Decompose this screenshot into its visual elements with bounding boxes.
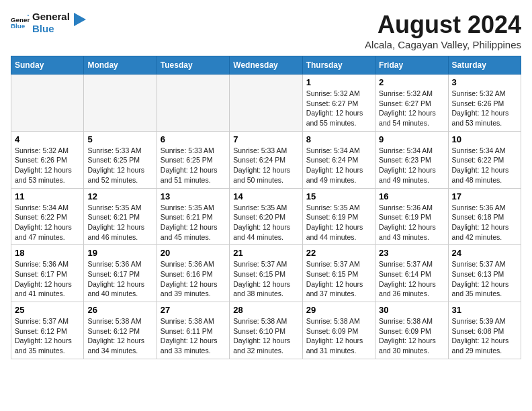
day-number: 23 bbox=[379, 248, 444, 258]
day-number: 4 bbox=[15, 134, 80, 144]
calendar-cell: 23Sunrise: 5:37 AM Sunset: 6:14 PM Dayli… bbox=[375, 245, 448, 302]
day-number: 18 bbox=[15, 248, 80, 258]
day-number: 10 bbox=[452, 134, 517, 144]
day-info: Sunrise: 5:33 AM Sunset: 6:24 PM Dayligh… bbox=[233, 146, 298, 185]
calendar-cell: 6Sunrise: 5:33 AM Sunset: 6:25 PM Daylig… bbox=[157, 131, 229, 188]
day-number: 20 bbox=[161, 248, 226, 258]
calendar-cell: 25Sunrise: 5:37 AM Sunset: 6:12 PM Dayli… bbox=[11, 302, 84, 359]
calendar-cell: 1Sunrise: 5:32 AM Sunset: 6:27 PM Daylig… bbox=[302, 75, 375, 132]
calendar-cell: 30Sunrise: 5:38 AM Sunset: 6:09 PM Dayli… bbox=[375, 302, 448, 359]
weekday-header-monday: Monday bbox=[84, 56, 157, 75]
logo: General Blue General Blue bbox=[11, 11, 86, 35]
calendar-cell bbox=[230, 75, 302, 132]
day-number: 11 bbox=[15, 191, 80, 201]
calendar-cell bbox=[157, 75, 229, 132]
day-number: 22 bbox=[306, 248, 371, 258]
calendar-cell: 28Sunrise: 5:38 AM Sunset: 6:10 PM Dayli… bbox=[230, 302, 302, 359]
calendar-cell: 22Sunrise: 5:37 AM Sunset: 6:15 PM Dayli… bbox=[302, 245, 375, 302]
calendar-cell: 26Sunrise: 5:38 AM Sunset: 6:12 PM Dayli… bbox=[84, 302, 157, 359]
weekday-header-thursday: Thursday bbox=[302, 56, 375, 75]
title-section: August 2024 Alcala, Cagayan Valley, Phil… bbox=[365, 11, 521, 50]
day-info: Sunrise: 5:35 AM Sunset: 6:21 PM Dayligh… bbox=[161, 203, 226, 242]
day-number: 26 bbox=[87, 305, 152, 315]
calendar-cell: 12Sunrise: 5:35 AM Sunset: 6:21 PM Dayli… bbox=[84, 188, 157, 245]
calendar-cell: 9Sunrise: 5:34 AM Sunset: 6:23 PM Daylig… bbox=[375, 131, 448, 188]
calendar-cell: 16Sunrise: 5:36 AM Sunset: 6:19 PM Dayli… bbox=[375, 188, 448, 245]
day-number: 24 bbox=[452, 248, 517, 258]
day-number: 31 bbox=[452, 305, 517, 315]
weekday-header-wednesday: Wednesday bbox=[230, 56, 302, 75]
day-info: Sunrise: 5:38 AM Sunset: 6:09 PM Dayligh… bbox=[306, 316, 371, 356]
calendar-cell: 19Sunrise: 5:36 AM Sunset: 6:17 PM Dayli… bbox=[84, 245, 157, 302]
calendar-week-4: 18Sunrise: 5:36 AM Sunset: 6:17 PM Dayli… bbox=[11, 245, 521, 302]
day-info: Sunrise: 5:37 AM Sunset: 6:14 PM Dayligh… bbox=[379, 259, 444, 299]
calendar-header: General Blue General Blue August 2024 Al… bbox=[11, 11, 521, 50]
calendar-title: August 2024 bbox=[365, 11, 521, 39]
day-info: Sunrise: 5:37 AM Sunset: 6:15 PM Dayligh… bbox=[306, 259, 371, 299]
weekday-header-friday: Friday bbox=[375, 56, 448, 75]
day-info: Sunrise: 5:38 AM Sunset: 6:12 PM Dayligh… bbox=[87, 316, 152, 356]
calendar-cell: 21Sunrise: 5:37 AM Sunset: 6:15 PM Dayli… bbox=[230, 245, 302, 302]
day-info: Sunrise: 5:32 AM Sunset: 6:26 PM Dayligh… bbox=[452, 89, 517, 128]
day-number: 29 bbox=[306, 305, 371, 315]
day-info: Sunrise: 5:37 AM Sunset: 6:12 PM Dayligh… bbox=[15, 316, 80, 356]
day-number: 14 bbox=[233, 191, 298, 201]
day-info: Sunrise: 5:32 AM Sunset: 6:27 PM Dayligh… bbox=[306, 89, 371, 128]
day-number: 12 bbox=[87, 191, 152, 201]
calendar-cell: 10Sunrise: 5:34 AM Sunset: 6:22 PM Dayli… bbox=[448, 131, 521, 188]
day-number: 30 bbox=[379, 305, 444, 315]
calendar-cell: 15Sunrise: 5:35 AM Sunset: 6:19 PM Dayli… bbox=[302, 188, 375, 245]
calendar-cell: 3Sunrise: 5:32 AM Sunset: 6:26 PM Daylig… bbox=[448, 75, 521, 132]
calendar-header-row: SundayMondayTuesdayWednesdayThursdayFrid… bbox=[11, 56, 521, 75]
day-info: Sunrise: 5:36 AM Sunset: 6:17 PM Dayligh… bbox=[15, 259, 80, 299]
day-number: 2 bbox=[379, 77, 444, 87]
day-number: 15 bbox=[306, 191, 371, 201]
day-info: Sunrise: 5:35 AM Sunset: 6:19 PM Dayligh… bbox=[306, 203, 371, 242]
day-info: Sunrise: 5:38 AM Sunset: 6:10 PM Dayligh… bbox=[233, 316, 298, 356]
day-info: Sunrise: 5:38 AM Sunset: 6:09 PM Dayligh… bbox=[379, 316, 444, 356]
day-info: Sunrise: 5:36 AM Sunset: 6:16 PM Dayligh… bbox=[161, 259, 226, 299]
day-info: Sunrise: 5:33 AM Sunset: 6:25 PM Dayligh… bbox=[161, 146, 226, 185]
calendar-cell: 7Sunrise: 5:33 AM Sunset: 6:24 PM Daylig… bbox=[230, 131, 302, 188]
calendar-cell: 20Sunrise: 5:36 AM Sunset: 6:16 PM Dayli… bbox=[157, 245, 229, 302]
logo-icon: General Blue bbox=[11, 13, 30, 32]
day-info: Sunrise: 5:34 AM Sunset: 6:24 PM Dayligh… bbox=[306, 146, 371, 185]
calendar-table: SundayMondayTuesdayWednesdayThursdayFrid… bbox=[11, 56, 521, 359]
svg-text:Blue: Blue bbox=[11, 22, 26, 30]
calendar-cell: 18Sunrise: 5:36 AM Sunset: 6:17 PM Dayli… bbox=[11, 245, 84, 302]
day-number: 9 bbox=[379, 134, 444, 144]
calendar-cell: 5Sunrise: 5:33 AM Sunset: 6:25 PM Daylig… bbox=[84, 131, 157, 188]
day-info: Sunrise: 5:34 AM Sunset: 6:22 PM Dayligh… bbox=[15, 203, 80, 242]
calendar-week-3: 11Sunrise: 5:34 AM Sunset: 6:22 PM Dayli… bbox=[11, 188, 521, 245]
logo-general: General bbox=[32, 11, 70, 23]
day-number: 13 bbox=[161, 191, 226, 201]
calendar-cell: 2Sunrise: 5:32 AM Sunset: 6:27 PM Daylig… bbox=[375, 75, 448, 132]
calendar-cell: 13Sunrise: 5:35 AM Sunset: 6:21 PM Dayli… bbox=[157, 188, 229, 245]
day-number: 1 bbox=[306, 77, 371, 87]
day-info: Sunrise: 5:37 AM Sunset: 6:15 PM Dayligh… bbox=[233, 259, 298, 299]
svg-marker-3 bbox=[74, 13, 86, 26]
day-info: Sunrise: 5:35 AM Sunset: 6:20 PM Dayligh… bbox=[233, 203, 298, 242]
day-number: 28 bbox=[233, 305, 298, 315]
calendar-cell bbox=[11, 75, 84, 132]
day-number: 5 bbox=[87, 134, 152, 144]
day-number: 19 bbox=[87, 248, 152, 258]
weekday-header-saturday: Saturday bbox=[448, 56, 521, 75]
day-info: Sunrise: 5:33 AM Sunset: 6:25 PM Dayligh… bbox=[87, 146, 152, 185]
logo-blue: Blue bbox=[32, 23, 70, 35]
logo-arrow-icon bbox=[74, 13, 86, 28]
day-info: Sunrise: 5:35 AM Sunset: 6:21 PM Dayligh… bbox=[87, 203, 152, 242]
calendar-cell: 27Sunrise: 5:38 AM Sunset: 6:11 PM Dayli… bbox=[157, 302, 229, 359]
day-number: 7 bbox=[233, 134, 298, 144]
day-info: Sunrise: 5:38 AM Sunset: 6:11 PM Dayligh… bbox=[161, 316, 226, 356]
calendar-cell: 24Sunrise: 5:37 AM Sunset: 6:13 PM Dayli… bbox=[448, 245, 521, 302]
day-number: 17 bbox=[452, 191, 517, 201]
day-number: 21 bbox=[233, 248, 298, 258]
calendar-cell bbox=[84, 75, 157, 132]
day-info: Sunrise: 5:37 AM Sunset: 6:13 PM Dayligh… bbox=[452, 259, 517, 299]
day-info: Sunrise: 5:39 AM Sunset: 6:08 PM Dayligh… bbox=[452, 316, 517, 356]
weekday-header-sunday: Sunday bbox=[11, 56, 84, 75]
calendar-cell: 11Sunrise: 5:34 AM Sunset: 6:22 PM Dayli… bbox=[11, 188, 84, 245]
day-number: 16 bbox=[379, 191, 444, 201]
calendar-cell: 4Sunrise: 5:32 AM Sunset: 6:26 PM Daylig… bbox=[11, 131, 84, 188]
